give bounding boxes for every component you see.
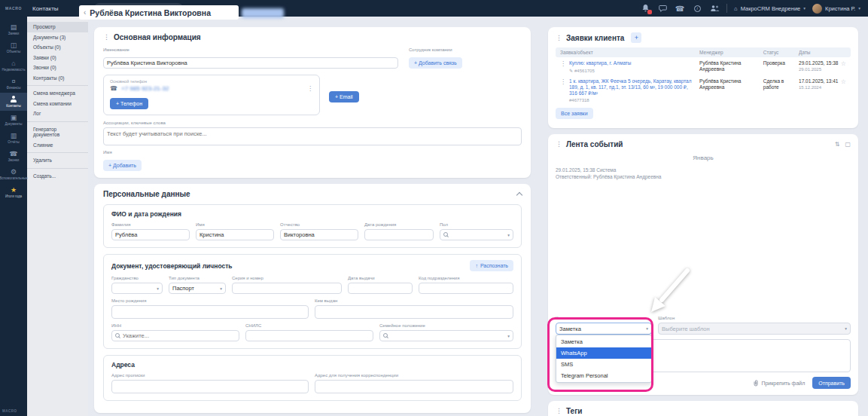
- chat-button[interactable]: [657, 3, 668, 14]
- nav-item-objects[interactable]: ◫Объекты: [0, 38, 27, 57]
- star-icon[interactable]: ☆: [841, 78, 846, 85]
- edit-icon[interactable]: ✎: [569, 68, 573, 73]
- birthplace-input[interactable]: [111, 305, 309, 319]
- registration-address-label: Адрес прописки: [111, 373, 309, 378]
- notifications-button[interactable]: [640, 3, 650, 14]
- back-chevron-icon[interactable]: ‹: [84, 8, 86, 17]
- channel-option-note[interactable]: Заметка: [556, 336, 651, 347]
- submenu-item-view[interactable]: Просмотр: [27, 22, 88, 32]
- correspondence-address-input[interactable]: [315, 380, 513, 393]
- submenu-item-delete[interactable]: Удалить: [27, 155, 88, 166]
- submenu-item-change-company[interactable]: Смена компании: [27, 99, 88, 109]
- send-button[interactable]: Отправить: [812, 377, 851, 389]
- calls-topbar-button[interactable]: ☎: [675, 3, 685, 14]
- submenu-divider: [27, 168, 88, 169]
- birthdate-input[interactable]: [364, 229, 434, 240]
- inn-field[interactable]: [111, 330, 239, 341]
- users-button[interactable]: [709, 3, 720, 14]
- marital-status-select[interactable]: ▾: [379, 330, 513, 341]
- client-requests-card: ⋮ Заявки клиента + Заявка/объект Менедже…: [548, 27, 858, 128]
- month-label: Январь: [556, 154, 851, 161]
- channel-option-whatsapp[interactable]: WhatsApp: [556, 347, 651, 359]
- nav-item-year-results[interactable]: ★Итоги года: [0, 183, 27, 201]
- comment-icon[interactable]: ▢: [845, 141, 851, 148]
- sort-icon[interactable]: ⇅: [835, 141, 840, 148]
- request-link[interactable]: Куплю: квартира, г. Алматы: [569, 60, 632, 66]
- issued-by-label: Кем выдан: [315, 298, 513, 304]
- issue-date-input[interactable]: [348, 283, 413, 294]
- notification-badge: [647, 10, 652, 14]
- recognize-button[interactable]: ↑Распознать: [470, 260, 513, 271]
- channel-option-telegram[interactable]: Telegram Personal: [556, 370, 651, 381]
- row-menu-icon[interactable]: ⋮: [560, 60, 566, 73]
- phone-box: Основной телефон ☎ +7 985 923-21-32 ⋮ + …: [103, 75, 320, 115]
- issued-by-input[interactable]: [315, 305, 513, 319]
- middlename-input[interactable]: [280, 229, 358, 240]
- add-relation-button[interactable]: + Добавить связь: [409, 57, 462, 69]
- request-status: Сделка в работе: [763, 78, 799, 102]
- company-menu[interactable]: ⌂ МакроCRM Внедрение ▾: [734, 5, 806, 12]
- documents-icon: ▣: [11, 114, 17, 121]
- submenu-item-contracts[interactable]: Контракты (0): [27, 73, 88, 84]
- finance-icon: ¤: [11, 78, 15, 85]
- inn-input[interactable]: [123, 332, 236, 339]
- nav-item-reports[interactable]: ▥Отчёты: [0, 129, 27, 147]
- event-feed-card: ⋮ Лента событий ⇅ ▢ Январь 29.01.2025, 1…: [548, 134, 858, 395]
- request-link[interactable]: 1 к. квартира, ЖК Феечка 5 очередь, Кара…: [569, 78, 696, 96]
- request-row[interactable]: ⋮ 1 к. квартира, ЖК Феечка 5 очередь, Ка…: [556, 75, 851, 105]
- nav-item-calls[interactable]: ☎Звонки: [0, 147, 27, 165]
- channel-option-sms[interactable]: SMS: [556, 359, 651, 370]
- submenu-item-merge[interactable]: Слияние: [27, 140, 88, 151]
- request-row[interactable]: ⋮ Куплю: квартира, г. Алматы ✎#4561705 Р…: [556, 57, 851, 75]
- submenu-item-doc-generator[interactable]: Генератор документов: [27, 124, 88, 140]
- extra-label: Имя: [103, 150, 522, 155]
- gender-select[interactable]: ▾: [440, 229, 513, 240]
- associations-input[interactable]: [103, 127, 522, 145]
- lastname-input[interactable]: [111, 229, 190, 240]
- drag-handle-icon: ⋮: [556, 141, 562, 148]
- star-icon[interactable]: ☆: [841, 60, 846, 67]
- search-icon: [443, 232, 449, 237]
- submenu-item-objects[interactable]: Объекты (0): [27, 42, 88, 53]
- nav-item-requests[interactable]: ▤Заявки: [0, 20, 27, 38]
- info-button[interactable]: i: [692, 3, 702, 14]
- addresses-section: Адреса Адрес прописки Адрес для получени…: [103, 355, 522, 401]
- doc-type-select[interactable]: Паспорт▾: [169, 283, 226, 294]
- series-number-input[interactable]: [232, 283, 342, 294]
- submenu-item-calls[interactable]: Звонки (0): [27, 63, 88, 73]
- submenu-item-create[interactable]: Создать...: [27, 171, 88, 182]
- add-request-button[interactable]: +: [631, 32, 641, 43]
- registration-address-input[interactable]: [111, 380, 309, 393]
- submenu-divider: [27, 152, 88, 153]
- nav-item-tools[interactable]: ⚙Вспомогательные: [0, 165, 27, 183]
- attach-file-button[interactable]: Прикрепить файл: [753, 380, 805, 387]
- submenu-item-requests[interactable]: Заявки (0): [27, 53, 88, 63]
- nav-item-documents[interactable]: ▣Документы: [0, 111, 27, 129]
- unit-code-input[interactable]: [419, 283, 513, 294]
- calls-icon: ☎: [9, 150, 17, 158]
- channel-select[interactable]: Заметка ▾: [556, 323, 652, 335]
- collapse-icon[interactable]: [516, 192, 522, 198]
- submenu-item-log[interactable]: Лог: [27, 109, 88, 119]
- issue-date-label: Дата выдачи: [348, 276, 413, 281]
- submenu-item-documents[interactable]: Документы (3): [27, 32, 88, 43]
- user-menu[interactable]: Кристина Р. ▾: [812, 4, 860, 14]
- add-button[interactable]: + Добавить: [103, 160, 142, 171]
- phone-options-icon[interactable]: ⋮: [307, 85, 313, 92]
- firstname-input[interactable]: [196, 229, 274, 240]
- template-select[interactable]: Выберите шаблон ▾: [658, 323, 851, 335]
- row-menu-icon[interactable]: ⋮: [560, 78, 566, 102]
- topbar-divider: [726, 4, 727, 13]
- submenu-item-change-manager[interactable]: Смена менеджера: [27, 88, 88, 99]
- nav-item-realty[interactable]: ⌂Недвижимость: [0, 57, 27, 75]
- add-phone-button[interactable]: + Телефон: [110, 98, 148, 109]
- add-email-button[interactable]: + Email: [329, 91, 359, 102]
- nav-item-finance[interactable]: ¤Финансы: [0, 75, 27, 93]
- citizenship-select[interactable]: ▾: [111, 283, 163, 294]
- snils-input[interactable]: [245, 330, 373, 341]
- name-input[interactable]: [103, 57, 398, 69]
- reports-icon: ▥: [11, 132, 17, 139]
- avatar: [812, 4, 822, 14]
- nav-item-contacts[interactable]: Контакты: [0, 93, 27, 111]
- all-requests-button[interactable]: Все заявки: [556, 108, 593, 119]
